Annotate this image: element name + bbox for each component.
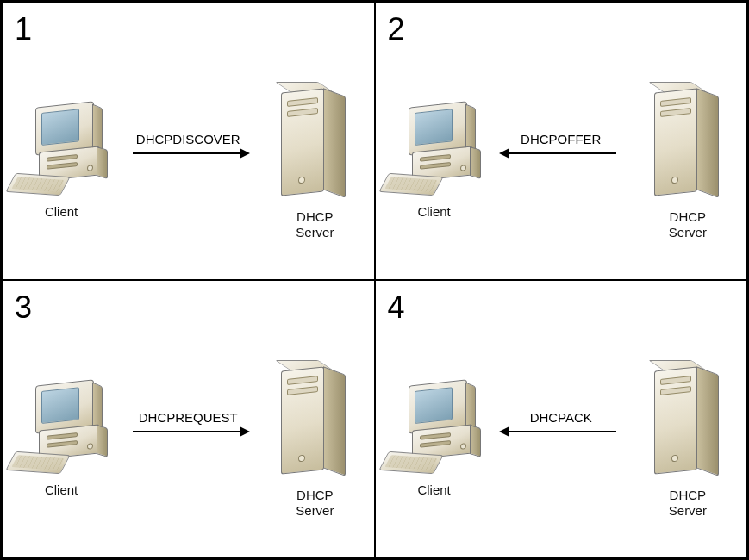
server-label: DHCPServer xyxy=(296,209,334,240)
diagram-grid: 1 Client DHCPDISCOVER DHCPServer xyxy=(0,0,749,560)
message-label: DHCPDISCOVER xyxy=(136,132,240,146)
client-label: Client xyxy=(45,204,78,220)
computer-icon xyxy=(9,104,113,199)
arrow-right-icon xyxy=(128,426,248,437)
server-icon xyxy=(649,84,727,204)
client-endpoint: Client xyxy=(3,104,120,220)
server-endpoint: DHCPServer xyxy=(256,362,373,519)
panel-content: Client DHCPDISCOVER DHCPServer xyxy=(3,67,374,257)
message-label: DHCPOFFER xyxy=(521,132,601,146)
client-label: Client xyxy=(417,482,450,498)
server-icon xyxy=(649,362,727,482)
panel-content: Client DHCPACK DHCPServer xyxy=(376,345,747,535)
client-label: Client xyxy=(417,204,450,220)
panel-4: 4 Client DHCPACK DHCPServer xyxy=(375,280,748,558)
panel-number: 2 xyxy=(388,11,405,47)
server-endpoint: DHCPServer xyxy=(256,84,373,240)
panel-1: 1 Client DHCPDISCOVER DHCPServer xyxy=(2,2,375,280)
message-label: DHCPACK xyxy=(530,410,592,425)
server-label: DHCPServer xyxy=(669,488,707,519)
panel-content: Client DHCPREQUEST DHCPServer xyxy=(3,345,374,535)
client-endpoint: Client xyxy=(376,383,493,498)
server-endpoint: DHCPServer xyxy=(629,362,746,519)
client-endpoint: Client xyxy=(3,383,120,498)
arrow-left-icon xyxy=(501,148,621,159)
server-label: DHCPServer xyxy=(669,209,707,240)
panel-3: 3 Client DHCPREQUEST DHCPServer xyxy=(2,280,375,558)
arrow-block: DHCPDISCOVER xyxy=(123,132,253,159)
computer-icon xyxy=(9,383,113,477)
server-endpoint: DHCPServer xyxy=(629,84,746,240)
panel-number: 3 xyxy=(15,289,32,326)
client-endpoint: Client xyxy=(376,104,493,220)
server-icon xyxy=(276,362,353,482)
message-label: DHCPREQUEST xyxy=(139,410,238,425)
panel-content: Client DHCPOFFER DHCPServer xyxy=(376,67,747,257)
arrow-block: DHCPACK xyxy=(496,410,626,437)
computer-icon xyxy=(383,104,486,199)
arrow-block: DHCPREQUEST xyxy=(123,410,253,437)
arrow-right-icon xyxy=(128,148,248,159)
arrow-block: DHCPOFFER xyxy=(496,132,626,159)
server-icon xyxy=(276,84,353,204)
server-label: DHCPServer xyxy=(296,488,334,519)
panel-2: 2 Client DHCPOFFER DHCPServer xyxy=(375,2,748,280)
panel-number: 4 xyxy=(388,289,405,326)
arrow-left-icon xyxy=(501,426,621,437)
computer-icon xyxy=(383,383,486,477)
client-label: Client xyxy=(45,482,78,498)
panel-number: 1 xyxy=(15,11,32,47)
